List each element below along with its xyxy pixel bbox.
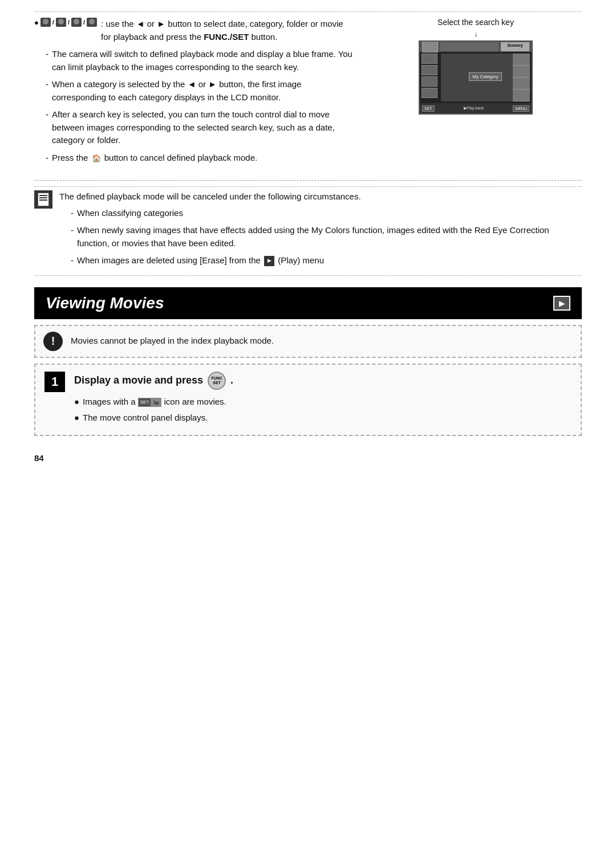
- camera-icon-4: [87, 18, 97, 27]
- sub-bullet-3: - After a search key is selected, you ca…: [46, 108, 352, 147]
- camera-icon-1: [40, 18, 51, 27]
- note-bullet-1: - When classifying categories: [71, 207, 582, 220]
- search-key-arrow: ↓: [370, 30, 582, 38]
- sub-bullets: - The camera will switch to defined play…: [46, 48, 352, 164]
- note-bullet-text-3: When images are deleted using [Erase] fr…: [77, 254, 324, 267]
- icon-row: ● / / /: [34, 18, 98, 27]
- sub-bullet-text-4: Press the 🏠 button to cancel defined pla…: [52, 152, 257, 165]
- play-icon-inline: [264, 256, 274, 266]
- note-dash-2: -: [71, 224, 74, 250]
- menu-btn: MENU: [513, 105, 529, 112]
- main-text: : use the ◄ or ► button to select date, …: [101, 18, 352, 43]
- stripe-2: [513, 66, 530, 78]
- thumb-3: [422, 76, 437, 87]
- use-text: : use the: [101, 19, 134, 28]
- play-icon: ▶: [559, 299, 565, 308]
- viewing-movies-title: Viewing Movies: [46, 294, 164, 312]
- stripe-3: [513, 78, 530, 89]
- camera-icon-3: [71, 18, 82, 27]
- step-title-text: Display a movie and press: [74, 374, 203, 386]
- screen-left-thumbs: [420, 52, 439, 103]
- camera-icon-2: [56, 18, 66, 27]
- step-bullets: ● Images with a SET🎬 icon are movies. ● …: [74, 396, 572, 425]
- note-box: The defined playback mode will be cancel…: [34, 186, 582, 276]
- note-dash-1: -: [71, 207, 74, 220]
- dash-3: -: [46, 108, 48, 147]
- warning-icon: !: [43, 332, 63, 351]
- note-icon-inner: [38, 193, 49, 206]
- dash-2: -: [46, 78, 48, 104]
- step-title-period: .: [230, 374, 233, 386]
- arrow-left: ◄: [136, 19, 147, 28]
- set-icon-small: SET: [138, 398, 152, 407]
- thumb-2: [422, 65, 437, 75]
- step-bullet-text-2: The move control panel displays.: [83, 411, 208, 425]
- step-1-section: 1 Display a movie and press FUNCSET . ● …: [34, 364, 582, 436]
- set-btn: SET: [422, 105, 435, 112]
- sub-bullet-4: - Press the 🏠 button to cancel defined p…: [46, 152, 352, 165]
- thumb-1: [422, 54, 437, 64]
- screen-top-bar: Scenery: [420, 42, 532, 52]
- screen-thumb-1: [422, 41, 438, 52]
- dash-4: -: [46, 152, 48, 165]
- note-content: The defined playback mode will be cancel…: [59, 190, 582, 272]
- func-set-label: FUNC./SET: [204, 32, 249, 42]
- step-title: Display a movie and press FUNCSET .: [74, 372, 572, 390]
- viewing-movies-section: Viewing Movies ▶: [34, 287, 582, 319]
- screen-content: My Category: [420, 52, 532, 103]
- note-bullet-3: - When images are deleted using [Erase] …: [71, 254, 582, 267]
- sub-bullet-1: - The camera will switch to defined play…: [46, 48, 352, 74]
- sub-bullet-text-2: When a category is selected by the ◄ or …: [52, 78, 352, 104]
- my-category-label: My Category: [469, 72, 501, 81]
- note-text: The defined playback mode will be cancel…: [59, 190, 582, 203]
- screen-stripes: [513, 54, 530, 101]
- step-bullet-text-1: Images with a SET🎬 icon are movies.: [83, 396, 226, 409]
- bullet-dot-1: ●: [74, 396, 79, 409]
- search-key-label: Select the search key: [370, 18, 582, 27]
- or-text: or: [147, 19, 155, 28]
- note-bullet-text-2: When newly saving images that have effec…: [77, 224, 582, 250]
- stripe-1: [513, 54, 530, 66]
- warning-text: Movies cannot be played in the index pla…: [71, 335, 274, 348]
- camera-screen: Scenery My Category: [419, 40, 533, 115]
- screen-bottom-bar: SET ▶Play back MENU: [420, 103, 532, 113]
- step-number: 1: [44, 372, 65, 392]
- sub-bullet-text-3: After a search key is selected, you can …: [52, 108, 352, 147]
- sub-bullet-text-1: The camera will switch to defined playba…: [52, 48, 352, 74]
- arrow-right: ►: [157, 19, 168, 28]
- top-section: ● / / / : use the ◄: [34, 11, 582, 174]
- home-icon: 🏠: [92, 153, 101, 164]
- note-sub-bullets: - When classifying categories - When new…: [71, 207, 582, 267]
- screen-main-area: My Category: [441, 54, 530, 101]
- note-dash-3: -: [71, 254, 74, 267]
- bullet-dot-2: ●: [74, 411, 79, 425]
- page-number: 84: [34, 453, 582, 463]
- func-set-button: FUNCSET: [208, 372, 226, 390]
- top-left-content: ● / / / : use the ◄: [34, 18, 352, 169]
- stripe-4: [513, 89, 530, 101]
- movie-icon-small: 🎬: [151, 398, 161, 407]
- note-bullet-text-1: When classifying categories: [77, 207, 183, 220]
- main-bullet: ● / / / : use the ◄: [34, 18, 352, 43]
- step-content: Display a movie and press FUNCSET . ● Im…: [74, 372, 572, 428]
- note-bullet-2: - When newly saving images that have eff…: [71, 224, 582, 250]
- button-suffix: button.: [252, 32, 278, 42]
- top-right-content: Select the search key ↓ Scenery My Categ…: [370, 18, 582, 169]
- bullet-prefix: ●: [34, 18, 39, 27]
- warning-box: ! Movies cannot be played in the index p…: [34, 325, 582, 358]
- play-back-text: ▶Play back: [464, 106, 484, 111]
- step-bullet-2: ● The move control panel displays.: [74, 411, 572, 425]
- dash-1: -: [46, 48, 48, 74]
- thumb-4: [422, 88, 437, 98]
- step-bullet-1: ● Images with a SET🎬 icon are movies.: [74, 396, 572, 409]
- note-icon: [34, 190, 52, 209]
- sub-bullet-2: - When a category is selected by the ◄ o…: [46, 78, 352, 104]
- play-btn-box: ▶: [553, 296, 570, 311]
- separator-1: [34, 180, 582, 181]
